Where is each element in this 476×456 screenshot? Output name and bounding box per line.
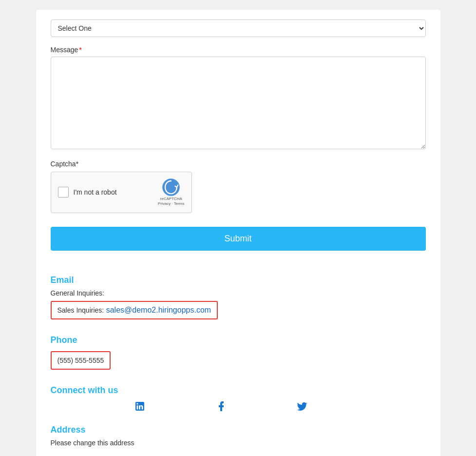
connect-section-title: Connect with us <box>51 385 426 396</box>
captcha-group: Captcha* I'm not a robot reCAPTCHA Priva… <box>51 160 426 213</box>
topic-select[interactable]: Select One <box>51 20 426 37</box>
message-label: Message* <box>51 46 426 54</box>
contact-card: Select One Message* Captcha* I'm not a r… <box>36 10 440 456</box>
recaptcha-label: reCAPTCHA Privacy · Terms <box>158 197 185 207</box>
captcha-label: Captcha* <box>51 160 426 168</box>
address-text: Please change this address <box>51 439 426 447</box>
captcha-text: I'm not a robot <box>74 188 117 196</box>
general-inquiries-label: General Inquiries: <box>51 289 426 297</box>
social-row <box>51 400 343 415</box>
recaptcha-icon <box>162 178 180 197</box>
sales-email-link[interactable]: sales@demo2.hiringopps.com <box>106 306 211 314</box>
phone-section-title: Phone <box>51 335 426 345</box>
facebook-icon[interactable] <box>180 400 262 415</box>
sales-inquiries-box: Sales Inquiries: sales@demo2.hiringopps.… <box>51 301 218 319</box>
captcha-checkbox[interactable] <box>58 187 69 198</box>
phone-number-box: (555) 555-5555 <box>51 351 111 370</box>
submit-button[interactable]: Submit <box>51 227 426 251</box>
linkedin-icon[interactable] <box>99 400 181 415</box>
recaptcha-logo-area: reCAPTCHA Privacy · Terms <box>158 178 185 207</box>
sales-inquiries-label: Sales Inquiries: <box>57 306 104 314</box>
captcha-widget[interactable]: I'm not a robot reCAPTCHA Privacy · Term… <box>51 172 192 213</box>
select-group: Select One <box>51 20 426 37</box>
phone-number: (555) 555-5555 <box>57 357 104 364</box>
email-section-title: Email <box>51 275 426 285</box>
message-input[interactable] <box>51 57 426 149</box>
address-section-title: Address <box>51 425 426 435</box>
message-group: Message* <box>51 46 426 151</box>
twitter-icon[interactable] <box>262 400 343 415</box>
